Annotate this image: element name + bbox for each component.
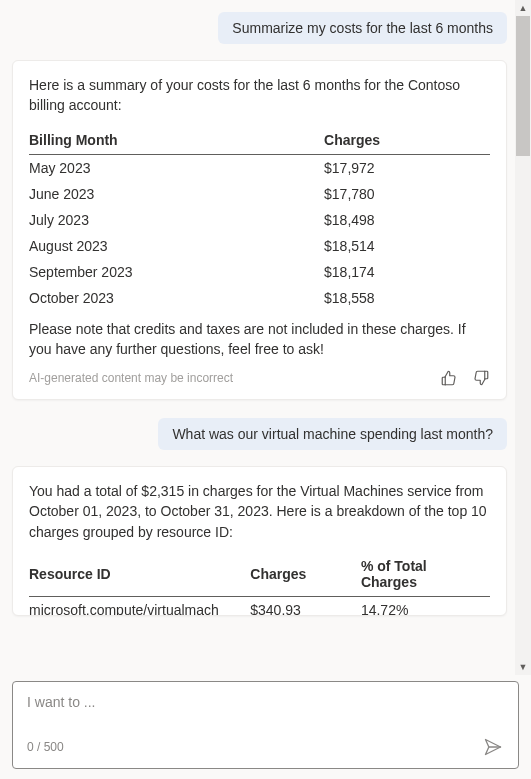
cell-pct: 14.72% — [361, 597, 490, 617]
col-charges: Charges — [250, 552, 361, 597]
user-message-row: Summarize my costs for the last 6 months — [12, 12, 507, 44]
scroll-down-icon[interactable]: ▼ — [515, 659, 531, 675]
cell-charges: $18,174 — [324, 259, 490, 285]
scroll-up-icon[interactable]: ▲ — [515, 0, 531, 16]
table-row: October 2023 $18,558 — [29, 285, 490, 311]
cell-charges: $18,498 — [324, 207, 490, 233]
user-message-row: What was our virtual machine spending la… — [12, 418, 507, 450]
table-row: microsoft.compute/virtualmach $340.93 14… — [29, 597, 490, 617]
input-placeholder-text: I want to ... — [27, 694, 95, 710]
cell-month: September 2023 — [29, 259, 324, 285]
vm-breakdown-table: Resource ID Charges % of Total Charges m… — [29, 552, 490, 616]
char-counter: 0 / 500 — [27, 740, 64, 754]
col-pct: % of Total Charges — [361, 552, 490, 597]
table-row: June 2023 $17,780 — [29, 181, 490, 207]
table-row: July 2023 $18,498 — [29, 207, 490, 233]
table-row: September 2023 $18,174 — [29, 259, 490, 285]
message-input[interactable]: I want to ... — [27, 694, 504, 716]
table-header-row: Resource ID Charges % of Total Charges — [29, 552, 490, 597]
table-row: August 2023 $18,514 — [29, 233, 490, 259]
chat-app: Summarize my costs for the last 6 months… — [0, 0, 531, 779]
feedback-buttons — [440, 369, 490, 387]
col-charges: Charges — [324, 126, 490, 155]
cell-charges: $17,780 — [324, 181, 490, 207]
cell-resource: microsoft.compute/virtualmach — [29, 597, 250, 617]
cell-month: June 2023 — [29, 181, 324, 207]
ai-note-text: Please note that credits and taxes are n… — [29, 319, 490, 360]
cost-summary-table: Billing Month Charges May 2023 $17,972 J… — [29, 126, 490, 311]
card-footer: AI-generated content may be incorrect — [29, 369, 490, 387]
cell-charges: $17,972 — [324, 154, 490, 181]
user-message: What was our virtual machine spending la… — [158, 418, 507, 450]
user-message-text: Summarize my costs for the last 6 months — [232, 20, 493, 36]
user-message-text: What was our virtual machine spending la… — [172, 426, 493, 442]
thumbs-up-icon[interactable] — [440, 369, 458, 387]
cell-month: July 2023 — [29, 207, 324, 233]
cell-month: October 2023 — [29, 285, 324, 311]
chat-content: Summarize my costs for the last 6 months… — [12, 12, 519, 616]
ai-response-card: Here is a summary of your costs for the … — [12, 60, 507, 400]
chat-scroll-area: Summarize my costs for the last 6 months… — [0, 0, 531, 675]
ai-disclaimer: AI-generated content may be incorrect — [29, 371, 233, 385]
ai-intro-text: You had a total of $2,315 in charges for… — [29, 481, 490, 542]
table-row: May 2023 $17,972 — [29, 154, 490, 181]
cell-month: August 2023 — [29, 233, 324, 259]
thumbs-down-icon[interactable] — [472, 369, 490, 387]
cell-charges: $18,514 — [324, 233, 490, 259]
ai-response-card: You had a total of $2,315 in charges for… — [12, 466, 507, 616]
cell-charges: $18,558 — [324, 285, 490, 311]
cell-charges: $340.93 — [250, 597, 361, 617]
cell-month: May 2023 — [29, 154, 324, 181]
col-month: Billing Month — [29, 126, 324, 155]
input-footer: 0 / 500 — [27, 736, 504, 758]
user-message: Summarize my costs for the last 6 months — [218, 12, 507, 44]
scroll-thumb[interactable] — [516, 16, 530, 156]
ai-intro-text: Here is a summary of your costs for the … — [29, 75, 490, 116]
send-icon[interactable] — [482, 736, 504, 758]
table-header-row: Billing Month Charges — [29, 126, 490, 155]
scrollbar[interactable]: ▲ ▼ — [515, 0, 531, 675]
col-resource: Resource ID — [29, 552, 250, 597]
message-input-box[interactable]: I want to ... 0 / 500 — [12, 681, 519, 769]
